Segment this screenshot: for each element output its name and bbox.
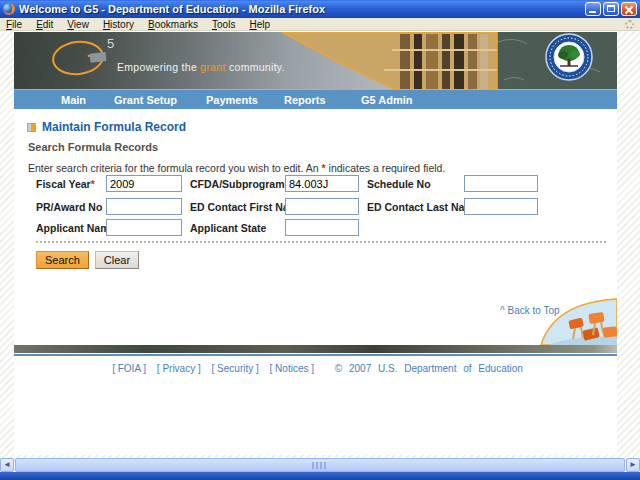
throbber-icon (625, 20, 634, 29)
nav-payments[interactable]: Payments (206, 94, 258, 106)
menu-edit[interactable]: Edit (36, 19, 53, 30)
page-title-bullet-icon (27, 123, 36, 132)
schedule-no-input[interactable] (464, 175, 538, 192)
page-title: Maintain Formula Record (42, 120, 186, 134)
ed-contact-first-name-input[interactable] (285, 198, 359, 215)
instructions: Enter search criteria for the formula re… (28, 162, 445, 174)
cfda-subprogram-label: CFDA/Subprogram (190, 178, 285, 190)
nav-reports[interactable]: Reports (284, 94, 326, 106)
firefox-icon (3, 3, 15, 15)
nav-main[interactable]: Main (61, 94, 86, 106)
browser-window: Welcome to G5 - Department of Education … (0, 0, 640, 480)
window-bottom-border (0, 472, 640, 480)
pr-award-no-input[interactable] (106, 198, 182, 215)
form-row-3: Applicant Name Applicant State (14, 219, 617, 239)
clear-button[interactable]: Clear (95, 251, 139, 269)
g5-page: 5 Empowering the grant community. (14, 31, 617, 455)
restore-button[interactable] (603, 2, 619, 16)
page-viewport: 5 Empowering the grant community. (0, 31, 640, 458)
close-button[interactable] (621, 2, 637, 16)
menu-history[interactable]: History (103, 19, 134, 30)
menu-help[interactable]: Help (249, 19, 270, 30)
nav-bar: Main Grant Setup Payments Reports G5 Adm… (14, 89, 617, 109)
classroom-corner-image (539, 297, 617, 345)
tagline: Empowering the grant community. (117, 61, 285, 73)
horizontal-scrollbar[interactable]: ◄ ► (0, 458, 640, 472)
ed-contact-last-name-input[interactable] (464, 198, 538, 215)
minimize-button[interactable] (585, 2, 601, 16)
fiscal-year-label: Fiscal Year* (36, 178, 95, 190)
department-of-education-seal (546, 34, 592, 80)
copyright-text: © 2007 U.S. Department of Education (335, 363, 523, 374)
menu-view[interactable]: View (67, 19, 89, 30)
scrollbar-thumb[interactable] (15, 458, 625, 472)
ed-contact-last-name-label: ED Contact Last Name (367, 201, 480, 213)
scroll-left-button[interactable]: ◄ (0, 458, 14, 472)
footer-blue-line (14, 354, 617, 356)
restore-icon (607, 5, 615, 12)
g5-logo-five: 5 (107, 36, 114, 51)
minimize-icon (589, 11, 596, 13)
banner-photo (272, 32, 617, 89)
menu-bookmarks[interactable]: Bookmarks (148, 19, 198, 30)
footer-links: [ FOIA ] [ Privacy ] [ Security ] [ Noti… (14, 363, 617, 374)
form-row-1: Fiscal Year* CFDA/Subprogram Schedule No (14, 175, 617, 195)
privacy-link[interactable]: [ Privacy ] (157, 363, 201, 374)
foia-link[interactable]: [ FOIA ] (112, 363, 146, 374)
pr-award-no-label: PR/Award No (36, 201, 102, 213)
applicant-state-input[interactable] (285, 219, 359, 236)
form-row-2: PR/Award No ED Contact First Name ED Con… (14, 198, 617, 218)
menu-bar: File Edit View History Bookmarks Tools H… (0, 18, 640, 31)
fiscal-year-input[interactable] (106, 175, 182, 192)
banner: 5 Empowering the grant community. (14, 32, 617, 89)
footer-gradient-bar (14, 345, 617, 353)
search-button[interactable]: Search (36, 251, 89, 269)
applicant-name-label: Applicant Name (36, 222, 115, 234)
section-title: Search Formula Records (28, 141, 158, 153)
nav-g5-admin[interactable]: G5 Admin (361, 94, 413, 106)
nav-grant-setup[interactable]: Grant Setup (114, 94, 177, 106)
security-link[interactable]: [ Security ] (212, 363, 259, 374)
window-title: Welcome to G5 - Department of Education … (19, 3, 585, 15)
scroll-right-button[interactable]: ► (626, 458, 640, 472)
dotted-divider (36, 241, 606, 243)
applicant-name-input[interactable] (106, 219, 182, 236)
menu-file[interactable]: File (6, 19, 22, 30)
menu-tools[interactable]: Tools (212, 19, 235, 30)
cfda-subprogram-input[interactable] (285, 175, 359, 192)
schedule-no-label: Schedule No (367, 178, 431, 190)
title-bar: Welcome to G5 - Department of Education … (0, 0, 640, 18)
applicant-state-label: Applicant State (190, 222, 266, 234)
notices-link[interactable]: [ Notices ] (270, 363, 314, 374)
g5-logo-icon (50, 38, 105, 77)
main-content: Maintain Formula Record Search Formula R… (14, 109, 617, 345)
